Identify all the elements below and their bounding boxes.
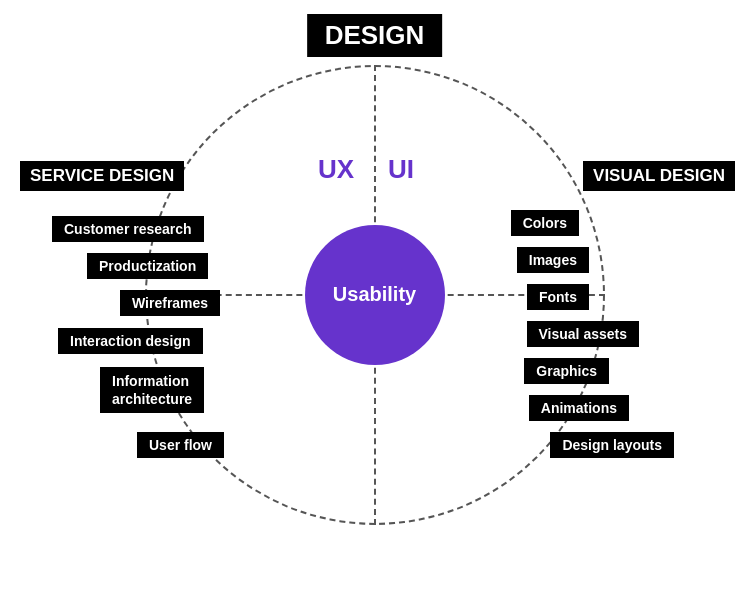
item-interaction-design: Interaction design: [58, 328, 203, 354]
item-animations: Animations: [529, 395, 629, 421]
service-design-label: SERVICE DESIGN: [20, 161, 184, 191]
item-information-architecture: Informationarchitecture: [100, 367, 204, 413]
visual-design-label: VISUAL DESIGN: [583, 161, 735, 191]
item-productization: Productization: [87, 253, 208, 279]
ui-label: UI: [388, 154, 414, 185]
item-graphics: Graphics: [524, 358, 609, 384]
item-colors: Colors: [511, 210, 579, 236]
item-wireframes: Wireframes: [120, 290, 220, 316]
item-user-flow: User flow: [137, 432, 224, 458]
item-design-layouts: Design layouts: [550, 432, 674, 458]
diagram-canvas: Usability DESIGN UX UI SERVICE DESIGN VI…: [0, 0, 749, 589]
center-circle: Usability: [305, 225, 445, 365]
design-label: DESIGN: [307, 14, 443, 57]
ux-label: UX: [318, 154, 354, 185]
usability-label: Usability: [333, 283, 416, 306]
item-visual-assets: Visual assets: [527, 321, 639, 347]
item-images: Images: [517, 247, 589, 273]
item-fonts: Fonts: [527, 284, 589, 310]
item-customer-research: Customer research: [52, 216, 204, 242]
